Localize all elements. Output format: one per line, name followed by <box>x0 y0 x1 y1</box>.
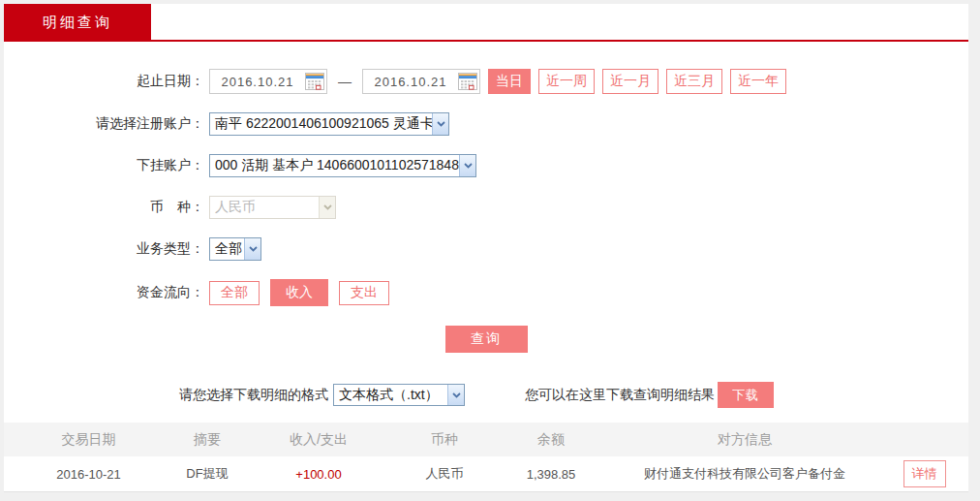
download-format-select[interactable]: 文本格式（.txt） <box>333 384 465 406</box>
quick-range-month-button[interactable]: 近一月 <box>602 69 658 94</box>
dropdown-arrow-icon[interactable] <box>459 155 475 176</box>
end-date-value: 2016.10.21 <box>363 75 458 89</box>
query-button[interactable]: 查询 <box>445 326 528 353</box>
registered-account-value: 南平 6222001406100921065 灵通卡 <box>210 115 432 133</box>
header-balance: 余额 <box>493 431 609 449</box>
download-format-label: 请您选择下载明细的格式 <box>179 387 328 404</box>
cell-summary: DF提现 <box>173 465 241 483</box>
header-counterparty: 对方信息 <box>609 431 880 449</box>
fund-flow-income-button[interactable]: 收入 <box>270 279 328 306</box>
sub-account-value: 000 活期 基本户 1406600101102571848 <box>210 157 459 174</box>
cell-balance: 1,398.85 <box>493 467 609 482</box>
quick-range-year-button[interactable]: 近一年 <box>730 69 786 94</box>
fund-flow-expense-button[interactable]: 支出 <box>339 281 389 305</box>
currency-label: 币 种： <box>4 199 204 216</box>
dropdown-arrow-icon[interactable] <box>432 113 448 135</box>
header-summary: 摘要 <box>173 431 241 449</box>
tab-bar: 明细查询 <box>4 4 968 42</box>
registered-account-label: 请选择注册账户： <box>4 115 204 133</box>
fund-flow-label: 资金流向： <box>4 284 204 301</box>
dropdown-arrow-icon[interactable] <box>244 238 260 260</box>
calendar-icon[interactable] <box>305 73 324 90</box>
sub-account-label: 下挂账户： <box>4 157 204 174</box>
start-date-input[interactable]: 2016.10.21 <box>209 69 327 94</box>
business-type-label: 业务类型： <box>4 240 204 258</box>
registered-account-select[interactable]: 南平 6222001406100921065 灵通卡 <box>209 112 449 136</box>
header-currency: 币种 <box>396 431 493 449</box>
end-date-input[interactable]: 2016.10.21 <box>362 69 480 94</box>
business-type-select[interactable]: 全部 <box>209 237 261 261</box>
registered-account-row: 请选择注册账户： 南平 6222001406100921065 灵通卡 <box>4 112 968 136</box>
result-table: 交易日期 摘要 收入/支出 币种 余额 对方信息 2016-10-21 DF提现… <box>4 423 968 492</box>
currency-select: 人民币 <box>209 196 336 219</box>
date-range-label: 起止日期： <box>4 73 204 90</box>
quick-range-week-button[interactable]: 近一周 <box>538 69 595 94</box>
cell-currency: 人民币 <box>396 465 493 483</box>
download-row: 请您选择下载明细的格式 文本格式（.txt） 您可以在这里下载查询明细结果 下载 <box>4 382 968 408</box>
dropdown-arrow-icon[interactable] <box>447 385 464 405</box>
detail-button[interactable]: 详情 <box>903 460 946 487</box>
calendar-icon[interactable] <box>458 73 477 90</box>
table-header-row: 交易日期 摘要 收入/支出 币种 余额 对方信息 <box>4 423 968 456</box>
query-form: 起止日期： 2016.10.21 — 2016.10.21 <box>4 42 968 353</box>
cell-trade-date: 2016-10-21 <box>4 467 173 482</box>
fund-flow-all-button[interactable]: 全部 <box>209 281 260 305</box>
header-income-expense: 收入/支出 <box>241 431 396 449</box>
dropdown-arrow-icon <box>319 197 335 218</box>
header-trade-date: 交易日期 <box>4 431 173 449</box>
currency-row: 币 种： 人民币 <box>4 196 968 219</box>
sub-account-select[interactable]: 000 活期 基本户 1406600101102571848 <box>209 154 476 177</box>
download-button[interactable]: 下载 <box>718 382 774 408</box>
cell-actions: 详情 <box>880 460 968 487</box>
quick-range-quarter-button[interactable]: 近三月 <box>666 69 722 94</box>
cell-counterparty: 财付通支付科技有限公司客户备付金 <box>609 465 880 483</box>
fund-flow-row: 资金流向： 全部 收入 支出 <box>4 279 968 306</box>
sub-account-row: 下挂账户： 000 活期 基本户 1406600101102571848 <box>4 154 968 177</box>
business-type-value: 全部 <box>210 240 244 258</box>
start-date-value: 2016.10.21 <box>210 75 305 89</box>
download-format-value: 文本格式（.txt） <box>334 387 447 404</box>
currency-value: 人民币 <box>210 199 319 216</box>
date-range-row: 起止日期： 2016.10.21 — 2016.10.21 <box>4 69 968 94</box>
detail-query-panel: 明细查询 起止日期： 2016.10.21 — <box>4 4 968 491</box>
cell-amount: +100.00 <box>241 467 396 482</box>
tab-detail-query[interactable]: 明细查询 <box>4 4 151 42</box>
business-type-row: 业务类型： 全部 <box>4 237 968 261</box>
date-range-separator: — <box>338 74 352 89</box>
quick-range-today-button[interactable]: 当日 <box>488 69 531 94</box>
table-row: 2016-10-21 DF提现 +100.00 人民币 1,398.85 财付通… <box>4 456 968 492</box>
download-hint-text: 您可以在这里下载查询明细结果 <box>525 387 715 404</box>
